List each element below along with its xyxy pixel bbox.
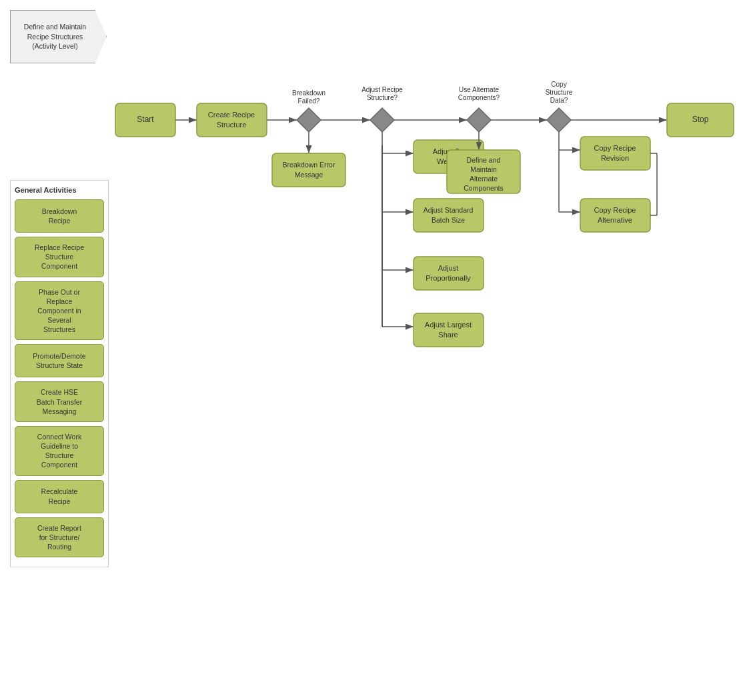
header-title: Define and Maintain Recipe Structures (A… xyxy=(17,22,93,51)
breakdown-error-label: Breakdown Error xyxy=(283,161,335,169)
copy-recipe-rev-label: Copy Recipe xyxy=(594,144,636,152)
define-maintain-label2: Maintain xyxy=(470,165,497,173)
svg-rect-19 xyxy=(414,257,484,290)
diamond2-label: Adjust Recipe xyxy=(361,86,403,93)
svg-rect-13 xyxy=(414,140,484,173)
svg-rect-31 xyxy=(580,137,650,170)
adjust-by-weight-label: Adjust By xyxy=(433,147,464,155)
sidebar-panel: General Activities BreakdownRecipe Repla… xyxy=(10,180,109,567)
create-recipe-label2: Structure xyxy=(217,121,247,129)
copy-alt-label: Copy Recipe xyxy=(594,206,636,214)
sidebar-item-promote-demote[interactable]: Promote/DemoteStructure State xyxy=(15,344,104,377)
svg-marker-24 xyxy=(467,108,491,132)
sidebar-item-replace-recipe[interactable]: Replace RecipeStructureComponent xyxy=(15,237,104,277)
diamond4-label2: Structure xyxy=(546,89,573,96)
svg-marker-28 xyxy=(547,108,571,132)
diamond3-label2: Components? xyxy=(458,94,500,101)
copy-alt-label2: Alternative xyxy=(598,216,632,224)
define-maintain-label3: Alternate xyxy=(470,175,498,183)
adjust-largest-label2: Share xyxy=(438,331,458,339)
diamond3-label: Use Alternate xyxy=(459,86,499,93)
sidebar-item-phase-out[interactable]: Phase Out orReplaceComponent inSeveralSt… xyxy=(15,281,104,341)
svg-rect-16 xyxy=(414,199,484,232)
svg-rect-22 xyxy=(414,313,484,347)
diamond4-label3: Data? xyxy=(550,97,568,104)
adjust-std-label: Adjust Standard xyxy=(424,206,474,214)
define-maintain-label4: Components xyxy=(464,184,504,192)
breakdown-error-label2: Message xyxy=(295,171,323,179)
copy-recipe-rev-label2: Revision xyxy=(601,154,629,162)
adjust-by-weight-label2: Weight xyxy=(437,157,460,165)
define-maintain-label: Define and xyxy=(467,156,501,164)
flow-diagram: Start Create Recipe Structure Breakdown … xyxy=(0,0,747,700)
svg-rect-3 xyxy=(197,103,267,137)
svg-marker-9 xyxy=(370,108,394,132)
stop-label: Stop xyxy=(692,115,709,124)
header-shape: Define and Maintain Recipe Structures (A… xyxy=(10,10,107,63)
start-label: Start xyxy=(137,115,154,124)
svg-rect-34 xyxy=(580,199,650,232)
sidebar-item-breakdown-recipe[interactable]: BreakdownRecipe xyxy=(15,199,104,233)
diamond4-label: Copy xyxy=(551,81,566,88)
diamond1-label: Breakdown xyxy=(292,89,325,97)
diamond1-label2: Failed? xyxy=(298,97,320,105)
sidebar-item-connect-work[interactable]: Connect WorkGuideline toStructureCompone… xyxy=(15,426,104,476)
svg-rect-26 xyxy=(447,150,520,193)
adjust-largest-label: Adjust Largest xyxy=(425,321,472,329)
svg-rect-7 xyxy=(272,153,345,187)
adjust-std-label2: Batch Size xyxy=(432,216,465,224)
sidebar-item-recalculate[interactable]: RecalculateRecipe xyxy=(15,480,104,513)
adjust-prop-label2: Proportionally xyxy=(426,274,471,282)
sidebar-item-create-hse[interactable]: Create HSEBatch TransferMessaging xyxy=(15,381,104,422)
svg-rect-1 xyxy=(115,103,175,137)
create-recipe-label: Create Recipe xyxy=(208,111,255,119)
diamond2-label2: Structure? xyxy=(367,94,398,101)
sidebar-title: General Activities xyxy=(15,186,104,194)
adjust-prop-label: Adjust xyxy=(438,264,459,272)
svg-rect-39 xyxy=(667,103,734,137)
sidebar-item-create-report[interactable]: Create Reportfor Structure/Routing xyxy=(15,517,104,558)
svg-marker-5 xyxy=(297,108,321,132)
